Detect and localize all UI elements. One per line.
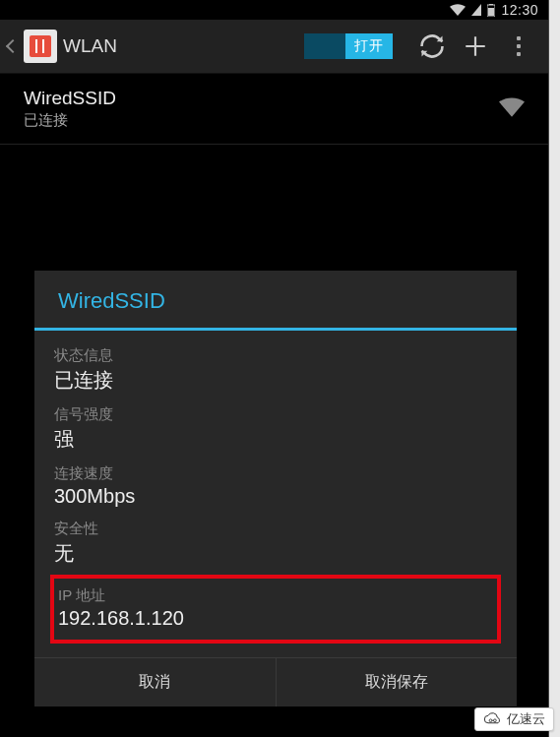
action-bar: WLAN 打开 [0,20,548,74]
field-ip-value: 192.168.1.120 [58,607,493,630]
field-speed: 连接速度 300Mbps [54,459,497,514]
cancel-button[interactable]: 取消 [34,658,276,706]
network-status: 已连接 [24,111,499,130]
dialog-body: 状态信息 已连接 信号强度 强 连接速度 300Mbps 安全性 无 IP 地址… [34,331,517,657]
phone-screen: 12:30 WLAN 打开 WiredSSID [0,0,549,737]
field-ip: IP 地址 192.168.1.120 [58,581,493,636]
back-icon[interactable] [6,39,20,53]
wlan-toggle-label: 打开 [345,33,393,59]
battery-icon [487,4,495,17]
field-signal: 信号强度 强 [54,399,497,459]
wlan-toggle[interactable]: 打开 [304,33,393,59]
svg-rect-2 [488,8,494,16]
signal-icon [471,4,481,16]
field-signal-value: 强 [54,426,497,453]
watermark: 亿速云 [474,707,554,731]
highlight-annotation: IP 地址 192.168.1.120 [50,575,501,644]
field-state-label: 状态信息 [54,346,497,365]
refresh-button[interactable] [410,25,454,68]
network-ssid: WiredSSID [24,88,499,109]
field-speed-label: 连接速度 [54,464,497,483]
cloud-icon [483,712,503,726]
overflow-menu-button[interactable] [497,25,540,68]
field-signal-label: 信号强度 [54,405,497,424]
field-security-value: 无 [54,540,497,567]
network-dialog: WiredSSID 状态信息 已连接 信号强度 强 连接速度 300Mbps 安… [34,271,517,706]
forget-button[interactable]: 取消保存 [276,658,518,706]
wifi-icon [450,4,466,16]
field-ip-label: IP 地址 [58,586,493,605]
field-speed-value: 300Mbps [54,485,497,508]
network-item[interactable]: WiredSSID 已连接 [0,74,548,145]
field-state: 状态信息 已连接 [54,340,497,399]
field-state-value: 已连接 [54,367,497,394]
svg-point-4 [494,719,497,722]
add-button[interactable] [454,25,497,68]
dialog-buttons: 取消 取消保存 [34,657,517,706]
status-bar: 12:30 [0,0,548,20]
field-security: 安全性 无 [54,514,497,573]
wifi-signal-icon [499,97,525,121]
svg-rect-1 [489,4,493,5]
watermark-text: 亿速云 [507,710,545,728]
page-title: WLAN [63,35,117,57]
field-security-label: 安全性 [54,520,497,538]
app-icon[interactable] [24,30,57,63]
dialog-title: WiredSSID [34,271,517,331]
status-time: 12:30 [501,2,538,18]
svg-point-3 [489,719,492,722]
